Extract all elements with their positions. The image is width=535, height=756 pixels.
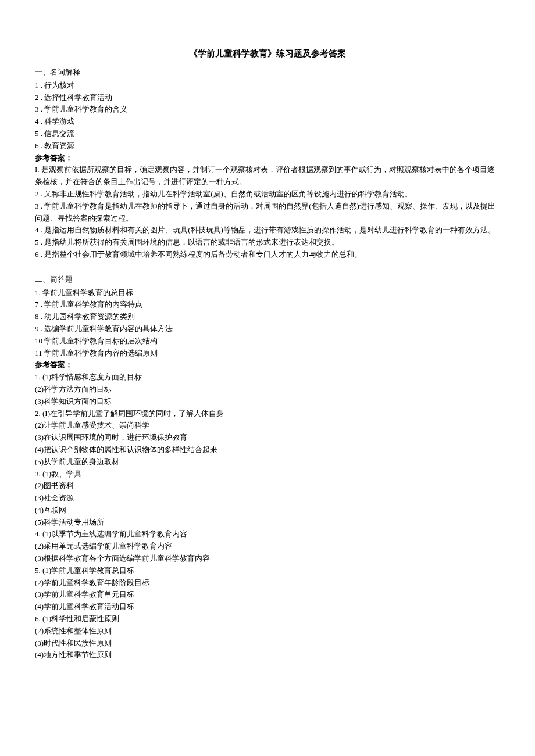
answer-item: (4)互联网 bbox=[35, 504, 500, 517]
answer-item: 3 . 学前儿童科学教育是指幼儿在教师的指导下，通过自身的活动，对周围的自然界(… bbox=[35, 200, 500, 225]
answer-item: 6. (1)科学性和启蒙性原则 bbox=[35, 613, 500, 625]
answer-item: (4)把认识个别物体的属性和认识物体的多样性结合起来 bbox=[35, 444, 500, 456]
answer-item: (3)时代性和民族性原则 bbox=[35, 637, 500, 650]
question-item: 10 学前儿童科学教育目标的层次结构 bbox=[35, 335, 500, 347]
answer-item: 5. (1)学前儿童科学教育总目标 bbox=[35, 565, 500, 577]
answer-item: (3)在认识周围环境的同时，进行环境保护教育 bbox=[35, 432, 500, 444]
term-item: 3 . 学前儿童科学教育的含义 bbox=[35, 103, 500, 116]
term-item: 1 . 行为核对 bbox=[35, 80, 500, 92]
answer-item: (3)社会资源 bbox=[35, 492, 500, 504]
term-item: 6 . 教育资源 bbox=[35, 140, 500, 152]
term-item: 2 . 选择性科学教育活动 bbox=[35, 92, 500, 104]
answer-item: (5)从学前儿童的身边取材 bbox=[35, 456, 500, 468]
section1-answer-heading: 参考答案： bbox=[35, 152, 500, 164]
answer-item: (2)科学方法方面的目标 bbox=[35, 384, 500, 396]
section1-heading: 一、名词解释 bbox=[35, 66, 500, 78]
answer-item: I. 是观察前依据所观察的目标，确定观察内容，并制订一个观察核对表，评价者根据观… bbox=[35, 164, 500, 188]
document-title: 《学前儿童科学教育》练习题及参考答案 bbox=[35, 46, 500, 60]
answer-item: 4. (1)以季节为主线选编学前儿童科学教育内容 bbox=[35, 528, 500, 540]
term-item: 5 . 信息交流 bbox=[35, 128, 500, 140]
answer-item: 2. (I)在引导学前儿童了解周围环境的同时，了解人体自身 bbox=[35, 408, 500, 420]
answer-item: 3. (1)教、学具 bbox=[35, 468, 500, 481]
question-item: 11 学前儿童科学教育内容的选编原则 bbox=[35, 347, 500, 360]
term-item: 4 . 科学游戏 bbox=[35, 116, 500, 128]
question-item: 1. 学前儿童科学教育的总目标 bbox=[35, 287, 500, 299]
answer-item: 6 . 是指整个社会用于教育领域中培养不同熟练程度的后备劳动者和专门人才的人力与… bbox=[35, 249, 500, 261]
answer-item: (4)学前儿童科学教育活动目标 bbox=[35, 601, 500, 613]
question-item: 8 . 幼儿园科学教育资源的类别 bbox=[35, 311, 500, 323]
question-item: 9 . 选编学前儿童科学教育内容的具体方法 bbox=[35, 323, 500, 335]
answer-item: (3)学前儿童科学教育单元目标 bbox=[35, 589, 500, 601]
answer-item: (5)科学活动专用场所 bbox=[35, 517, 500, 529]
answer-item: (4)地方性和季节性原则 bbox=[35, 649, 500, 661]
answer-item: 1. (1)科学情感和态度方面的目标 bbox=[35, 371, 500, 384]
answer-item: (2)系统性和整体性原则 bbox=[35, 625, 500, 637]
answer-item: 4 . 是指运用自然物质材料和有关的图片、玩具(科技玩具)等物品，进行带有游戏性… bbox=[35, 224, 500, 237]
section2-answer-heading: 参考答案： bbox=[35, 359, 500, 371]
question-item: 7 . 学前儿童科学教育的内容特点 bbox=[35, 299, 500, 311]
answer-item: (2)采用单元式选编学前儿童科学教育内容 bbox=[35, 540, 500, 553]
section-gap bbox=[35, 261, 500, 271]
answer-item: 2 . 又称非正规性科学教育活动，指幼儿在科学活动室(桌)、自然角或活动室的区角… bbox=[35, 188, 500, 200]
answer-item: (3)科学知识方面的目标 bbox=[35, 396, 500, 408]
answer-item: (2)图书资料 bbox=[35, 480, 500, 492]
answer-item: 5 . 是指幼儿将所获得的有关周围环境的信息，以语言的或非语言的形式来进行表达和… bbox=[35, 237, 500, 249]
answer-item: (3)根据科学教育各个方面选编学前儿童科学教育内容 bbox=[35, 553, 500, 565]
answer-item: (2)学前儿童科学教育年龄阶段目标 bbox=[35, 577, 500, 589]
answer-item: (2)让学前儿童感受技术、崇尚科学 bbox=[35, 420, 500, 432]
section2-heading: 二、简答题 bbox=[35, 274, 500, 286]
